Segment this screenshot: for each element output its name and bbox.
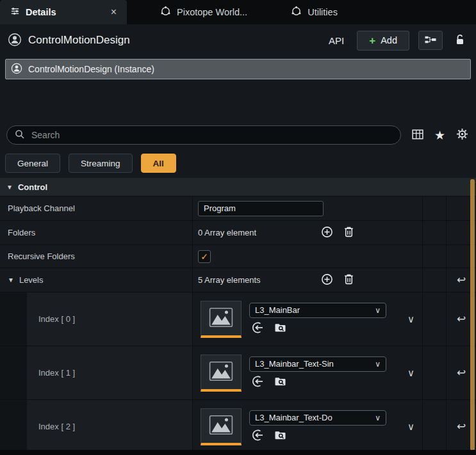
row-levels: ▼ Levels 5 Array elements ↩ [0, 268, 476, 292]
tab-utilities[interactable]: Utilities [281, 0, 348, 24]
expand-chevron-icon[interactable]: ∨ [407, 367, 414, 379]
chevron-down-icon: ∨ [375, 306, 381, 315]
asset-select[interactable]: L3_Mainbar_Text-Sin ∨ [249, 356, 386, 372]
property-label: Index [ 2 ] [0, 400, 192, 453]
level-asset-icon [209, 415, 233, 437]
vertical-scrollbar[interactable] [470, 179, 475, 451]
details-icon [10, 6, 20, 18]
property-value [192, 196, 422, 220]
plus-icon: + [369, 35, 375, 46]
instance-row[interactable]: ControlMotionDesign (Instance) [5, 59, 471, 79]
empty-area [0, 79, 476, 122]
asset-thumbnail[interactable] [201, 408, 242, 445]
details-panel: Details × Pixotope World... Utilities Co… [0, 0, 476, 455]
triangle-down-icon: ▼ [6, 184, 13, 191]
search-input[interactable] [30, 129, 393, 141]
browse-to-asset-icon[interactable] [274, 375, 287, 390]
property-value: 5 Array elements [192, 268, 422, 292]
row-folders: Folders 0 Array element [0, 221, 476, 245]
pixotope-world-icon [160, 6, 171, 19]
tab-label: Details [26, 7, 56, 17]
property-label: ▼ Levels [0, 268, 192, 292]
property-label: Folders [0, 221, 192, 244]
recursive-folders-checkbox[interactable]: ✓ [198, 250, 211, 263]
triangle-down-icon[interactable]: ▼ [8, 276, 14, 283]
array-count: 0 Array element [198, 228, 313, 237]
reset-to-default-button[interactable]: ↩ [457, 367, 466, 378]
instance-label: ControlMotionDesign (Instance) [28, 64, 154, 74]
browse-to-asset-icon[interactable] [274, 429, 287, 443]
panel-header: ControlMotionDesign API + Add [0, 24, 476, 56]
search-icon [15, 129, 25, 141]
settings-gear-button[interactable] [456, 128, 468, 142]
property-value: ✓ [192, 245, 422, 267]
use-selected-asset-icon[interactable] [252, 321, 265, 336]
chevron-down-icon: ∨ [375, 360, 381, 369]
filter-streaming[interactable]: Streaming [69, 154, 133, 173]
add-button-label: Add [381, 35, 397, 45]
property-label: Recursive Folders [0, 245, 192, 267]
actor-icon [8, 33, 22, 49]
add-element-button[interactable] [321, 226, 333, 240]
tab-bar: Details × Pixotope World... Utilities [0, 0, 476, 24]
section-label: Control [18, 182, 47, 192]
check-icon: ✓ [201, 251, 208, 262]
property-label: Index [ 0 ] [0, 292, 192, 346]
property-label: Index [ 1 ] [0, 346, 192, 399]
playback-channel-input[interactable] [198, 201, 324, 216]
add-button[interactable]: + Add [357, 31, 409, 51]
header-actions: API + Add [325, 31, 468, 51]
row-level-index-2: Index [ 2 ] L3_Mainbar_Text-Do ∨ [0, 400, 476, 454]
property-label: Playback Channel [0, 196, 192, 220]
property-value: 0 Array element [192, 221, 422, 244]
chevron-down-icon: ∨ [375, 413, 381, 422]
filter-all[interactable]: All [141, 154, 176, 173]
filter-general[interactable]: General [5, 154, 60, 173]
property-grid: ▼ Control Playback Channel Folders 0 Arr… [0, 178, 476, 453]
browse-to-asset-icon[interactable] [274, 321, 287, 336]
section-control[interactable]: ▼ Control [0, 178, 476, 196]
reset-to-default-button[interactable]: ↩ [457, 314, 466, 324]
api-button[interactable]: API [325, 33, 348, 49]
grid-view-button[interactable] [412, 129, 423, 142]
reset-to-default-button[interactable]: ↩ [457, 275, 466, 285]
tab-details[interactable]: Details × [0, 0, 127, 24]
use-selected-asset-icon[interactable] [252, 429, 265, 443]
row-playback-channel: Playback Channel [0, 196, 476, 221]
asset-select[interactable]: L3_MainBar ∨ [249, 303, 386, 318]
expand-chevron-icon[interactable]: ∨ [407, 314, 414, 325]
row-recursive-folders: Recursive Folders ✓ [0, 245, 476, 268]
row-level-index-0: Index [ 0 ] L3_MainBar ∨ [0, 292, 476, 346]
expand-chevron-icon[interactable]: ∨ [407, 421, 414, 433]
favorites-button[interactable]: ★ [434, 129, 445, 141]
asset-thumbnail[interactable] [201, 355, 242, 392]
page-title: ControlMotionDesign [28, 34, 130, 47]
property-value: L3_Mainbar_Text-Sin ∨ ∨ [192, 346, 422, 399]
property-value: L3_MainBar ∨ ∨ [192, 292, 422, 346]
actor-icon [11, 63, 22, 76]
search-actions: ★ [412, 128, 470, 142]
asset-select[interactable]: L3_Mainbar_Text-Do ∨ [249, 410, 386, 426]
lock-button[interactable] [452, 31, 468, 49]
close-icon[interactable]: × [111, 6, 117, 18]
search-row: ★ [0, 122, 476, 148]
filter-bar: General Streaming All [0, 148, 476, 178]
blueprint-graph-button[interactable] [418, 31, 443, 50]
level-asset-icon [209, 307, 233, 330]
delete-elements-button[interactable] [343, 226, 354, 239]
search-box[interactable] [6, 125, 401, 145]
node-graph-icon [425, 35, 436, 46]
level-asset-icon [209, 361, 233, 383]
property-value: L3_Mainbar_Text-Do ∨ ∨ [192, 400, 422, 453]
asset-thumbnail[interactable] [201, 301, 242, 338]
utilities-icon [291, 6, 302, 19]
panel-bottom-edge [0, 450, 476, 455]
row-level-index-1: Index [ 1 ] L3_Mainbar_Text-Sin ∨ [0, 346, 476, 400]
reset-to-default-button[interactable]: ↩ [457, 421, 466, 432]
delete-elements-button[interactable] [343, 273, 354, 287]
tab-pixotope-world[interactable]: Pixotope World... [150, 0, 258, 24]
use-selected-asset-icon[interactable] [252, 375, 265, 390]
add-element-button[interactable] [321, 273, 333, 287]
tab-label: Pixotope World... [177, 7, 247, 17]
array-count: 5 Array elements [198, 275, 313, 285]
